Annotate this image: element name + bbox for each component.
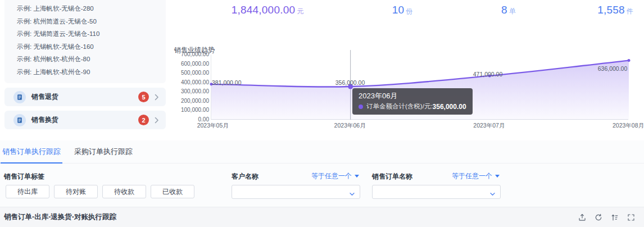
sales-order-name-label: 销售订单名称 <box>372 172 412 181</box>
customer-operator-dropdown[interactable]: 等于任意一个 <box>311 171 359 181</box>
y-tick: 100,000.00 <box>181 107 209 114</box>
tooltip-value: 356,000.00 <box>433 103 466 111</box>
sort-icon[interactable] <box>609 212 620 223</box>
y-tick: 200,000.00 <box>181 98 209 105</box>
list-item[interactable]: 示例: 杭州简道云-无锡仓-50 <box>17 15 160 28</box>
table-header-bar: 销售订单-出库-退换货-对账执行跟踪 <box>0 207 644 227</box>
chart-tooltip: 2023年06月 订单金额合计(含税)/元:356,000.00 <box>352 88 473 115</box>
tab-sales-order-tracking[interactable]: 销售订单执行跟踪 <box>1 140 62 164</box>
point-label: 356,000.00 <box>335 79 365 86</box>
stat-unit: 件 <box>627 7 633 15</box>
stat-value: 10 <box>392 4 405 16</box>
count-badge: 2 <box>138 115 149 125</box>
operator-label: 等于任意一个 <box>311 171 352 181</box>
tracking-section: 销售订单执行跟踪 采购订单执行跟踪 销售订单标签 待出库 待对账 待收款 已收款… <box>0 140 644 207</box>
stat-total-amount: 1,844,000.00元 <box>232 4 303 16</box>
chevron-down-icon <box>489 189 496 199</box>
stat-unit: 份 <box>406 7 412 15</box>
customer-name-label: 客户名称 <box>232 172 258 181</box>
y-tick: 600,000.00 <box>181 61 209 67</box>
sales-return-row[interactable]: 销售退货 5 <box>4 88 166 106</box>
caret-down-icon <box>355 175 359 178</box>
list-item[interactable]: 示例: 上海帆软-杭州仓-90 <box>17 66 160 79</box>
sales-order-name-select[interactable] <box>372 185 501 199</box>
stat-value: 8 <box>501 4 507 16</box>
operator-label: 等于任意一个 <box>452 171 492 181</box>
caret-down-icon <box>495 175 500 178</box>
y-tick: 400,000.00 <box>181 79 209 86</box>
y-tick: 500,000.00 <box>181 70 209 76</box>
sales-exchange-row[interactable]: 销售换货 2 <box>4 111 166 129</box>
table-title: 销售订单-出库-退换货-对账执行跟踪 <box>4 212 116 222</box>
table-toolbar <box>577 212 637 223</box>
tooltip-title: 2023年06月 <box>359 92 466 101</box>
list-item[interactable]: 示例: 无锡简道云-无锡仓-110 <box>17 28 160 40</box>
sales-return-label: 销售退货 <box>31 92 58 102</box>
x-tick: 2023年08月 <box>613 122 644 130</box>
tag-button-pending-receipt[interactable]: 待收款 <box>102 185 146 198</box>
count-badge: 5 <box>138 92 149 102</box>
document-icon <box>13 91 26 103</box>
tag-button-pending-outbound[interactable]: 待出库 <box>6 185 49 198</box>
customer-name-filter: 客户名称 等于任意一个 <box>232 140 360 207</box>
stat-value: 1,844,000.00 <box>232 4 295 16</box>
stat-unit: 单 <box>509 7 516 15</box>
tab-purchase-order-tracking[interactable]: 采购订单执行跟踪 <box>72 140 134 164</box>
tag-button-group: 待出库 待对账 待收款 已收款 <box>6 185 194 198</box>
customer-name-select[interactable] <box>232 185 360 199</box>
point-label: 381,000.00 <box>212 79 242 86</box>
x-tick: 2023年06月 <box>334 122 366 130</box>
x-tick: 2023年07月 <box>473 122 505 130</box>
tag-button-pending-reconcile[interactable]: 待对账 <box>54 185 98 198</box>
top-section: 示例: 上海帆软-无锡仓-280 示例: 杭州简道云-无锡仓-50 示例: 无锡… <box>0 0 644 140</box>
sales-exchange-label: 销售换货 <box>31 115 58 125</box>
stat-unit: 元 <box>297 7 303 15</box>
refresh-icon[interactable] <box>593 212 604 223</box>
point-label: 471,000.00 <box>473 71 503 78</box>
stat-value: 1,558 <box>597 4 625 16</box>
point-label: 636,000.00 <box>598 65 628 72</box>
sample-list-card: 示例: 上海帆软-无锡仓-280 示例: 杭州简道云-无锡仓-50 示例: 无锡… <box>4 0 166 83</box>
stat-copies: 10份 <box>392 4 413 16</box>
chart-x-axis: 2023年05月 2023年06月 2023年07月 2023年08月 <box>211 122 628 130</box>
sales-order-tag-label: 销售订单标签 <box>4 172 44 181</box>
chart-y-axis: 700,000.00 600,000.00 500,000.00 400,000… <box>157 51 209 123</box>
y-tick: 300,000.00 <box>181 88 209 95</box>
list-item[interactable]: 示例: 杭州帆软-杭州仓-80 <box>17 53 160 66</box>
stat-items: 1,558件 <box>597 4 633 16</box>
sales-order-operator-dropdown[interactable]: 等于任意一个 <box>452 171 500 181</box>
document-icon <box>13 114 26 126</box>
tooltip-series-label: 订单金额合计(含税)/元: <box>366 102 433 111</box>
tag-button-received[interactable]: 已收款 <box>151 185 194 198</box>
y-tick: 700,000.00 <box>181 51 209 58</box>
list-item[interactable]: 示例: 上海帆软-无锡仓-280 <box>17 2 160 15</box>
list-item[interactable]: 示例: 无锡帆软-无锡仓-160 <box>17 40 160 53</box>
stat-orders: 8单 <box>501 4 516 16</box>
x-tick: 2023年05月 <box>197 122 229 130</box>
sales-order-name-filter: 销售订单名称 等于任意一个 <box>372 140 501 207</box>
fullscreen-icon[interactable] <box>625 212 637 223</box>
series-dot-icon <box>359 105 363 109</box>
chevron-down-icon <box>349 189 355 199</box>
dashboard-screen: 示例: 上海帆软-无锡仓-280 示例: 杭州简道云-无锡仓-50 示例: 无锡… <box>0 0 644 227</box>
export-icon[interactable] <box>577 212 588 223</box>
